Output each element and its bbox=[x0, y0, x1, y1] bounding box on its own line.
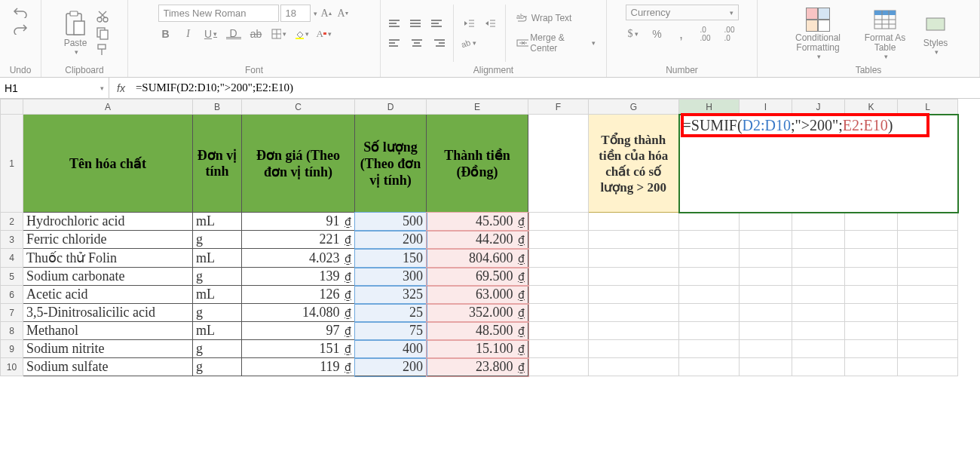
comma-icon[interactable]: , bbox=[674, 26, 689, 41]
redo-icon[interactable] bbox=[13, 21, 28, 36]
cell-E[interactable]: 48.500 ₫ bbox=[427, 322, 528, 340]
italic-button[interactable]: I bbox=[181, 26, 196, 41]
fill-color-icon[interactable]: ▾ bbox=[294, 26, 309, 41]
cell-K[interactable] bbox=[845, 231, 898, 249]
cell-L[interactable] bbox=[898, 322, 958, 340]
cell-I[interactable] bbox=[740, 213, 792, 231]
decrease-decimal-icon[interactable]: .00.0 bbox=[722, 26, 737, 41]
cell-L[interactable] bbox=[898, 249, 958, 268]
cell-J[interactable] bbox=[792, 231, 845, 249]
conditional-formatting-button[interactable]: Conditional Formatting▾ bbox=[785, 5, 851, 62]
cell-K[interactable] bbox=[845, 358, 898, 376]
cell-D1[interactable]: Số lượng (Theo đơn vị tính) bbox=[355, 115, 427, 213]
cell-H1[interactable]: =SUMIF(D2:D10;">200";E2:E10) bbox=[679, 115, 958, 213]
strikethrough-icon[interactable]: ab bbox=[249, 26, 264, 41]
cell-I[interactable] bbox=[740, 358, 792, 376]
cell-E1[interactable]: Thành tiền (Đồng) bbox=[427, 115, 528, 213]
select-all-corner[interactable] bbox=[1, 100, 23, 115]
cell-I[interactable] bbox=[740, 249, 792, 268]
cell-G[interactable] bbox=[589, 286, 679, 304]
cell-D[interactable]: 400 bbox=[355, 340, 427, 358]
copy-icon[interactable] bbox=[95, 26, 110, 41]
cell-G[interactable] bbox=[589, 249, 679, 268]
cell-G1[interactable]: Tổng thành tiền của hóa chất có số lượng… bbox=[589, 115, 679, 213]
align-middle-icon[interactable] bbox=[409, 16, 424, 31]
bold-button[interactable]: B bbox=[158, 26, 173, 41]
row-header[interactable]: 5 bbox=[1, 268, 23, 286]
cell-C[interactable]: 97 ₫ bbox=[242, 322, 355, 340]
cell-H[interactable] bbox=[679, 304, 740, 322]
row-header[interactable]: 2 bbox=[1, 213, 23, 231]
cell-D[interactable]: 25 bbox=[355, 304, 427, 322]
cell-L[interactable] bbox=[898, 268, 958, 286]
cell-A[interactable]: Sodium carbonate bbox=[23, 268, 193, 286]
row-header[interactable]: 4 bbox=[1, 249, 23, 268]
cell-K[interactable] bbox=[845, 304, 898, 322]
cell-F[interactable] bbox=[528, 249, 589, 268]
row-header[interactable]: 9 bbox=[1, 340, 23, 358]
decrease-indent-icon[interactable] bbox=[461, 16, 476, 31]
cell-L[interactable] bbox=[898, 304, 958, 322]
cell-E[interactable]: 804.600 ₫ bbox=[427, 249, 528, 268]
cell-E[interactable]: 45.500 ₫ bbox=[427, 213, 528, 231]
cell-C[interactable]: 221 ₫ bbox=[242, 231, 355, 249]
cell-H[interactable] bbox=[679, 340, 740, 358]
orientation-icon[interactable]: ab▾ bbox=[461, 35, 476, 51]
cell-J[interactable] bbox=[792, 358, 845, 376]
cell-C[interactable]: 14.080 ₫ bbox=[242, 304, 355, 322]
number-format-select[interactable]: Currency ▾ bbox=[626, 5, 739, 20]
cell-A[interactable]: Thuốc thử Folin bbox=[23, 249, 193, 268]
cell-C[interactable]: 91 ₫ bbox=[242, 213, 355, 231]
row-header[interactable]: 6 bbox=[1, 286, 23, 304]
cell-F[interactable] bbox=[528, 213, 589, 231]
cell-H[interactable] bbox=[679, 231, 740, 249]
cell-G[interactable] bbox=[589, 231, 679, 249]
cell-B[interactable]: g bbox=[193, 340, 242, 358]
cell-E[interactable]: 15.100 ₫ bbox=[427, 340, 528, 358]
row-header[interactable]: 8 bbox=[1, 322, 23, 340]
cell-K[interactable] bbox=[845, 322, 898, 340]
paste-button[interactable]: Paste ▾ bbox=[59, 9, 92, 57]
cut-icon[interactable] bbox=[95, 9, 110, 24]
cell-J[interactable] bbox=[792, 213, 845, 231]
cell-B[interactable]: g bbox=[193, 304, 242, 322]
col-header-H[interactable]: H bbox=[679, 100, 740, 115]
currency-icon[interactable]: $▾ bbox=[626, 26, 641, 41]
cell-C[interactable]: 139 ₫ bbox=[242, 268, 355, 286]
cell-I[interactable] bbox=[740, 286, 792, 304]
cell-K[interactable] bbox=[845, 249, 898, 268]
cell-A[interactable]: Sodium nitrite bbox=[23, 340, 193, 358]
cell-H[interactable] bbox=[679, 249, 740, 268]
cell-J[interactable] bbox=[792, 286, 845, 304]
col-header-D[interactable]: D bbox=[355, 100, 427, 115]
decrease-font-icon[interactable]: A▾ bbox=[335, 6, 351, 21]
cell-C1[interactable]: Đơn giá (Theo đơn vị tính) bbox=[242, 115, 355, 213]
cell-B[interactable]: mL bbox=[193, 322, 242, 340]
cell-A[interactable]: Acetic acid bbox=[23, 286, 193, 304]
col-header-G[interactable]: G bbox=[589, 100, 679, 115]
cell-C[interactable]: 119 ₫ bbox=[242, 358, 355, 376]
cell-A1[interactable]: Tên hóa chất bbox=[23, 115, 193, 213]
cell-I[interactable] bbox=[740, 340, 792, 358]
cell-I[interactable] bbox=[740, 231, 792, 249]
cell-K[interactable] bbox=[845, 286, 898, 304]
double-underline-icon[interactable]: D bbox=[226, 29, 241, 39]
cell-I[interactable] bbox=[740, 268, 792, 286]
align-right-icon[interactable] bbox=[430, 35, 446, 51]
align-center-icon[interactable] bbox=[409, 35, 424, 51]
cell-C[interactable]: 4.023 ₫ bbox=[242, 249, 355, 268]
cell-D[interactable]: 325 bbox=[355, 286, 427, 304]
cell-L[interactable] bbox=[898, 213, 958, 231]
cell-H[interactable] bbox=[679, 213, 740, 231]
cell-L[interactable] bbox=[898, 358, 958, 376]
format-as-table-button[interactable]: Format As Table▾ bbox=[856, 5, 914, 62]
cell-K[interactable] bbox=[845, 213, 898, 231]
cell-E[interactable]: 69.500 ₫ bbox=[427, 268, 528, 286]
cell-F[interactable] bbox=[528, 231, 589, 249]
cell-L[interactable] bbox=[898, 340, 958, 358]
undo-icon[interactable] bbox=[13, 5, 28, 20]
cell-F[interactable] bbox=[528, 358, 589, 376]
font-color-icon[interactable]: A▾ bbox=[317, 26, 332, 41]
format-painter-icon[interactable] bbox=[95, 42, 110, 57]
cell-G[interactable] bbox=[589, 340, 679, 358]
